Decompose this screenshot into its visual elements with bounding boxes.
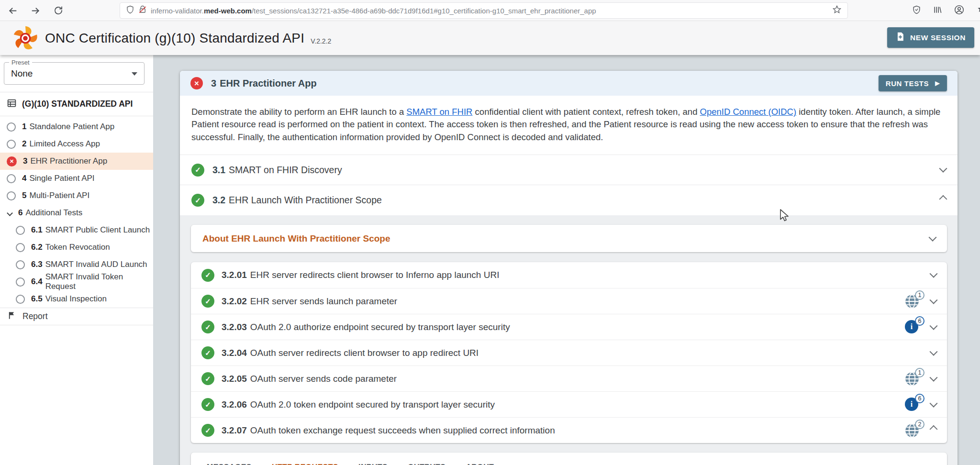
sidebar-item-6.2[interactable]: 6.2Token Revocation: [0, 239, 153, 256]
sidebar-item-6[interactable]: 6Additional Tests: [0, 204, 153, 221]
subtest-row-3.2.03[interactable]: ✓3.2.03OAuth 2.0 authorize endpoint secu…: [191, 314, 947, 340]
sidebar-item-number: 1: [22, 122, 26, 132]
group-number: 3: [211, 78, 216, 89]
subtest-row-3.2.02[interactable]: ✓3.2.02EHR server sends launch parameter…: [191, 288, 947, 314]
test-id: 3.1: [212, 165, 225, 176]
preset-select[interactable]: Preset None: [4, 62, 145, 85]
radio-icon: [16, 243, 25, 252]
run-tests-button[interactable]: RUN TESTS ▶: [879, 75, 947, 91]
subtest-title: OAuth server sends code parameter: [250, 374, 397, 384]
chevron-down-icon: [930, 322, 938, 330]
success-icon: ✓: [201, 398, 214, 411]
account-icon[interactable]: [954, 5, 964, 17]
app-version: V.2.2.2: [311, 37, 331, 45]
request-count-badge[interactable]: 2: [905, 423, 919, 438]
test-row-3.2[interactable]: ✓3.2EHR Launch With Practitioner Scope: [180, 185, 958, 215]
request-count-badge[interactable]: 1: [905, 294, 919, 309]
badge-count: 2: [915, 420, 924, 429]
url-bar[interactable]: inferno-validator.med-web.com/test_sessi…: [120, 2, 848, 19]
protections-shield-icon[interactable]: [912, 5, 921, 16]
badge-count: 1: [915, 290, 924, 300]
insecure-lock-icon[interactable]: [138, 5, 147, 16]
sidebar-item-label: SMART Invalid AUD Launch: [45, 260, 147, 269]
subtest-title: EHR server sends launch parameter: [250, 296, 397, 307]
sidebar-item-5[interactable]: 5Multi-Patient API: [0, 187, 153, 204]
subtest-title: EHR server redirects client browser to I…: [250, 270, 500, 280]
sidebar-item-6.1[interactable]: 6.1SMART Public Client Launch: [0, 221, 153, 239]
tracking-shield-icon[interactable]: [126, 5, 134, 16]
description-text: confidential client with patient context…: [472, 107, 700, 117]
chevron-down-icon: [930, 374, 938, 382]
subtest-row-3.2.01[interactable]: ✓3.2.01EHR server redirects client brows…: [191, 262, 947, 288]
sidebar-item-label: Visual Inspection: [45, 294, 107, 304]
tab-about[interactable]: ABOUT: [465, 460, 495, 465]
request-count-badge[interactable]: 1: [905, 372, 919, 386]
radio-icon: [16, 295, 25, 304]
sidebar-item-2[interactable]: 2Limited Access App: [0, 135, 153, 153]
subtest-title: OAuth server redirects client browser to…: [250, 348, 479, 358]
sidebar-item-4[interactable]: 4Single Patient API: [0, 170, 153, 187]
subtest-id: 3.2.03: [222, 322, 247, 332]
subtest-id: 3.2.02: [222, 296, 247, 307]
sidebar-item-number: 2: [22, 139, 26, 149]
message-count-badge[interactable]: i6: [905, 398, 919, 412]
suite-header[interactable]: (G)(10) STANDARDIZED API: [0, 92, 153, 116]
chevron-up-icon: [939, 195, 947, 203]
tab-inputs[interactable]: INPUTS: [357, 460, 389, 465]
radio-icon: [7, 122, 16, 132]
sidebar-item-6.4[interactable]: 6.4SMART Invalid Token Request: [0, 273, 153, 290]
radio-icon: [16, 226, 25, 235]
expanded-test-detail: About EHR Launch With Practitioner Scope…: [180, 215, 958, 465]
sidebar-item-6.3[interactable]: 6.3SMART Invalid AUD Launch: [0, 256, 153, 273]
flag-icon: [7, 311, 16, 322]
success-icon: ✓: [201, 321, 214, 333]
new-file-icon: [896, 32, 905, 43]
error-icon: ✕: [7, 156, 17, 166]
message-count-badge[interactable]: i6: [905, 320, 919, 334]
tab-http-requests[interactable]: HTTP REQUESTS: [271, 460, 339, 465]
subtest-row-3.2.06[interactable]: ✓3.2.06OAuth 2.0 token endpoint secured …: [191, 391, 947, 417]
chevron-down-icon: [939, 165, 947, 173]
sidebar-item-1[interactable]: 1Standalone Patient App: [0, 118, 153, 135]
group-header: ✕ 3 EHR Practitioner App RUN TESTS ▶: [180, 71, 958, 96]
subtest-row-3.2.05[interactable]: ✓3.2.05OAuth server sends code parameter…: [191, 365, 947, 391]
success-icon: ✓: [201, 295, 214, 308]
radio-icon: [16, 260, 25, 269]
new-session-button[interactable]: NEW SESSION: [887, 27, 974, 48]
subtest-controls: i6: [905, 320, 936, 334]
subtest-id: 3.2.07: [222, 425, 247, 436]
subtest-title: OAuth 2.0 token endpoint secured by tran…: [250, 399, 495, 410]
reload-icon[interactable]: [54, 6, 63, 15]
sidebar-item-label: SMART Invalid Token Request: [45, 272, 153, 291]
sidebar-item-report[interactable]: Report: [0, 308, 153, 325]
preset-label: Preset: [9, 59, 32, 66]
test-row-3.1[interactable]: ✓3.1SMART on FHIR Discovery: [180, 155, 958, 185]
test-rows: ✓3.1SMART on FHIR Discovery✓3.2EHR Launc…: [180, 155, 958, 215]
about-panel[interactable]: About EHR Launch With Practitioner Scope: [191, 225, 947, 252]
sidebar-item-number: 5: [22, 191, 26, 200]
success-icon: ✓: [201, 424, 214, 437]
test-id: 3.2: [212, 195, 225, 206]
extensions-icon[interactable]: [976, 5, 980, 16]
subtest-row-3.2.07[interactable]: ✓3.2.07OAuth token exchange request succ…: [191, 417, 947, 443]
browser-toolbar: inferno-validator.med-web.com/test_sessi…: [0, 0, 980, 21]
sidebar-item-3[interactable]: ✕3EHR Practitioner App: [0, 153, 153, 170]
forward-icon[interactable]: [31, 6, 41, 16]
sidebar-item-label: Token Revocation: [45, 243, 110, 252]
description-link[interactable]: OpenID Connect (OIDC): [700, 107, 797, 117]
dropdown-caret-icon: [132, 72, 137, 76]
subtest-row-3.2.04[interactable]: ✓3.2.04OAuth server redirects client bro…: [191, 340, 947, 365]
description-link[interactable]: SMART on FHIR: [406, 107, 472, 117]
back-icon[interactable]: [8, 6, 18, 16]
tab-messages[interactable]: MESSAGES: [206, 460, 253, 465]
radio-icon: [7, 191, 16, 200]
badge-count: 1: [915, 368, 924, 377]
sidebar-item-6.5[interactable]: 6.5Visual Inspection: [0, 290, 153, 308]
tab-outputs[interactable]: OUTPUTS: [407, 460, 446, 465]
sidebar-item-number: 4: [22, 174, 26, 183]
radio-icon: [16, 277, 25, 287]
bookmark-star-icon[interactable]: [832, 5, 842, 16]
badge-count: 6: [915, 394, 924, 403]
success-icon: ✓: [201, 346, 214, 359]
library-icon[interactable]: [933, 5, 942, 16]
